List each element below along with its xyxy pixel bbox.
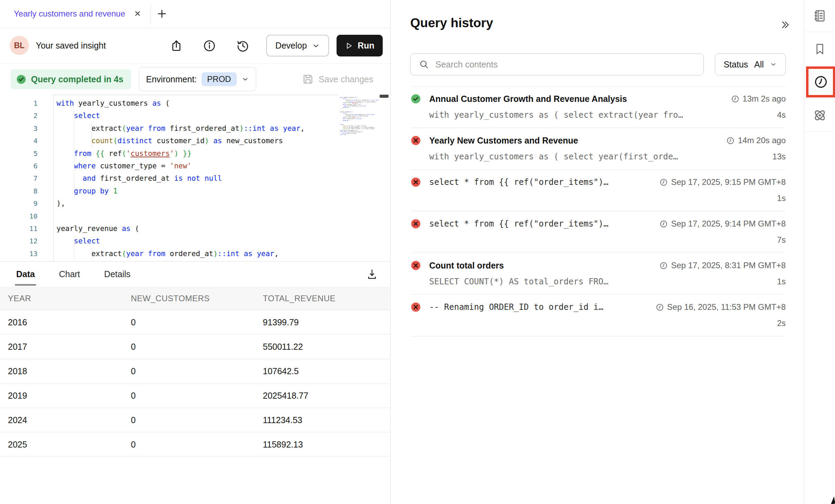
error-x-icon	[410, 260, 421, 271]
query-history-panel-button[interactable]	[806, 66, 835, 97]
history-item-time: 14m 20s ago	[726, 136, 786, 145]
compass-explore-icon	[812, 108, 827, 123]
table-row: 2025 0 115892.13	[0, 432, 390, 457]
tab-yearly-customers[interactable]: Yearly customers and revenue ✕	[0, 0, 151, 28]
history-item-detail: 7s	[410, 234, 786, 246]
tab-details[interactable]: Details	[104, 262, 130, 287]
save-changes-button[interactable]: Save changes	[302, 64, 373, 95]
environment-value: PROD	[202, 72, 236, 86]
code-minimap[interactable]: with yearly_customers as ( select extrac…	[338, 95, 380, 261]
chevron-down-icon	[770, 61, 777, 68]
clock-small-icon	[656, 303, 664, 312]
clock-small-icon	[731, 95, 740, 103]
history-item-time-text: Sep 17, 2025, 8:31 PM GMT+8	[671, 261, 786, 270]
history-item-time: Sep 17, 2025, 8:31 PM GMT+8	[659, 261, 786, 270]
history-item-detail: with yearly_customers as ( select extrac…	[410, 109, 786, 121]
run-button[interactable]: Run	[337, 35, 383, 56]
tab-close-icon[interactable]: ✕	[134, 10, 141, 18]
cell-new-customers: 0	[131, 342, 263, 352]
environment-label: Environment:	[146, 74, 197, 84]
history-item-duration: 2s	[777, 318, 786, 328]
cell-year: 2017	[0, 342, 131, 352]
indent-guide	[74, 110, 74, 198]
check-circle-icon	[16, 74, 27, 85]
history-item-title: -- Renaming ORDER_ID to order_id i…	[429, 302, 648, 312]
table-body: 2016 0 91399.79 2017 0 550011.22 2018 0 …	[0, 310, 390, 457]
insight-header: BL Your saved insight Develop Run	[0, 28, 390, 64]
rail-divider	[804, 32, 835, 32]
error-x-icon	[410, 177, 421, 188]
info-icon	[203, 39, 216, 53]
history-item-time-text: 14m 20s ago	[738, 136, 786, 145]
cell-year: 2019	[0, 391, 131, 401]
clock-small-icon	[659, 261, 668, 270]
history-item-detail: 2s	[410, 317, 786, 329]
cell-year: 2024	[0, 415, 131, 425]
cell-new-customers: 0	[131, 317, 263, 327]
history-item-header: Annual Customer Growth and Revenue Analy…	[410, 93, 786, 105]
table-row: 2024 0 111234.53	[0, 408, 390, 432]
tab-data[interactable]: Data	[16, 262, 35, 287]
editor-scrollbar-thumb[interactable]	[380, 95, 389, 98]
cell-total-revenue: 107642.5	[263, 366, 390, 376]
history-item[interactable]: -- Renaming ORDER_ID to order_id i… Sep …	[410, 295, 786, 336]
search-box[interactable]	[410, 53, 704, 75]
download-results-button[interactable]	[364, 266, 380, 282]
environment-selector[interactable]: Environment: PROD	[139, 67, 256, 91]
table-row: 2019 0 2025418.77	[0, 384, 390, 408]
double-chevron-right-icon	[779, 20, 791, 30]
clock-small-icon	[726, 136, 735, 145]
app-root: Yearly customers and revenue ✕ BL Your s…	[0, 0, 835, 504]
notebook-panel-button[interactable]	[804, 0, 835, 32]
table-row: 2017 0 550011.22	[0, 335, 390, 359]
develop-button[interactable]: Develop	[266, 35, 329, 56]
cell-year: 2025	[0, 440, 131, 450]
status-filter-dropdown[interactable]: Status All	[715, 53, 786, 75]
history-item[interactable]: Annual Customer Growth and Revenue Analy…	[410, 86, 786, 128]
lineage-panel-button[interactable]	[804, 99, 835, 131]
history-item-time: Sep 17, 2025, 9:15 PM GMT+8	[659, 177, 786, 187]
history-item-detail: 1s	[410, 192, 786, 204]
table-row: 2018 0 107642.5	[0, 359, 390, 384]
query-status-badge: Query completed in 4s	[11, 69, 131, 89]
success-check-icon	[410, 93, 421, 104]
version-history-button[interactable]	[235, 38, 251, 54]
history-item-title: Count total orders	[429, 261, 651, 271]
history-item-snippet: with yearly_customers as ( select year(f…	[429, 152, 765, 161]
minimap-lines: with yearly_customers as ( select extrac…	[340, 97, 353, 135]
history-item[interactable]: select * from {{ ref("order_items")… Sep…	[410, 211, 786, 253]
error-x-icon	[410, 302, 421, 313]
history-item-snippet: SELECT COUNT(*) AS total_orders FRO…	[429, 277, 770, 286]
new-tab-button[interactable]	[151, 0, 173, 28]
cell-new-customers: 0	[131, 366, 263, 376]
cell-total-revenue: 115892.13	[263, 440, 390, 450]
history-controls: Status All	[410, 53, 786, 75]
history-item-time-text: 13m 2s ago	[743, 94, 786, 104]
info-button[interactable]	[201, 38, 218, 54]
indent-guide	[74, 235, 74, 260]
notebook-icon	[813, 9, 827, 23]
run-label: Run	[358, 41, 374, 51]
history-item-duration: 4s	[777, 110, 786, 120]
share-button[interactable]	[168, 38, 185, 54]
history-item[interactable]: select * from {{ ref("order_items")… Sep…	[410, 170, 786, 211]
indent-guide	[92, 122, 92, 147]
bookmarks-panel-button[interactable]	[804, 33, 835, 65]
rail-divider	[804, 131, 835, 132]
history-item-title: select * from {{ ref("order_items")…	[429, 177, 651, 187]
history-item-detail: SELECT COUNT(*) AS total_orders FRO… 1s	[410, 276, 786, 287]
tab-chart[interactable]: Chart	[59, 262, 80, 287]
query-status-row: Query completed in 4s Environment: PROD …	[0, 64, 390, 95]
collapse-panel-button[interactable]	[776, 17, 794, 32]
history-item[interactable]: Yearly New Customers and Revenue 14m 20s…	[410, 128, 786, 170]
plus-icon	[156, 8, 168, 20]
search-input[interactable]	[435, 60, 695, 70]
clock-small-icon	[659, 178, 668, 187]
history-item[interactable]: Count total orders Sep 17, 2025, 8:31 PM…	[410, 253, 786, 295]
insight-subtitle: Your saved insight	[36, 28, 106, 63]
mouse-cursor	[829, 496, 835, 504]
bookmark-icon	[813, 42, 827, 56]
cell-total-revenue: 2025418.77	[263, 391, 390, 401]
sql-editor[interactable]: 1234567891011121314151617181920212223242…	[0, 95, 390, 261]
cell-new-customers: 0	[131, 415, 263, 425]
